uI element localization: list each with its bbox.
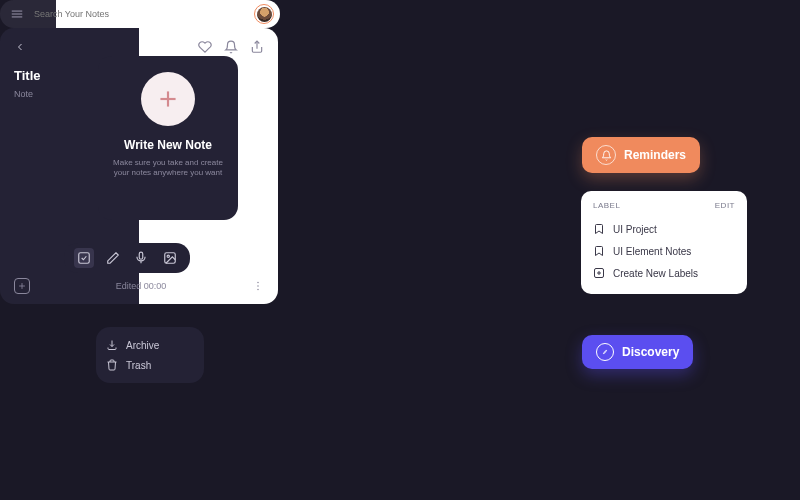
label-item-text: Create New Labels [613,268,698,279]
plus-box-icon [593,267,605,279]
bookmark-icon [593,223,605,235]
labels-header: LABEL [593,201,620,210]
svg-point-14 [257,289,259,291]
bookmark-icon [593,245,605,257]
pencil-tool-icon[interactable] [103,248,123,268]
plus-icon[interactable] [141,72,195,126]
trash-icon [106,359,118,371]
svg-point-12 [257,282,259,284]
user-avatar[interactable] [254,4,274,24]
back-icon[interactable] [14,41,26,53]
discovery-button[interactable]: Discovery [582,335,693,369]
svg-point-5 [167,255,169,257]
share-icon[interactable] [250,40,264,54]
reminders-button[interactable]: Reminders [582,137,700,173]
search-bar [0,0,280,28]
new-note-card[interactable]: Write New Note Make sure you take and cr… [98,56,238,220]
archive-icon [106,339,118,351]
archive-label: Archive [126,340,159,351]
edited-timestamp: Edited 00:00 [116,281,167,291]
discovery-label: Discovery [622,345,679,359]
menu-icon[interactable] [10,7,24,21]
labels-panel: LABEL EDIT UI Project UI Element Notes C… [581,191,747,294]
reminders-label: Reminders [624,148,686,162]
add-attachment-icon[interactable] [14,278,30,294]
trash-label: Trash [126,360,151,371]
image-tool-icon[interactable] [160,248,180,268]
svg-rect-3 [140,252,144,259]
archive-menu-item[interactable]: Archive [106,335,194,355]
search-input[interactable] [34,9,254,19]
new-note-description: Make sure you take and create your notes… [108,158,228,179]
create-label-item[interactable]: Create New Labels [593,262,735,284]
label-item[interactable]: UI Element Notes [593,240,735,262]
bell-icon[interactable] [224,40,238,54]
svg-point-13 [257,285,259,287]
note-actions-menu: Archive Trash [96,327,204,383]
microphone-tool-icon[interactable] [131,248,151,268]
label-item-text: UI Project [613,224,657,235]
svg-rect-2 [79,253,90,264]
heart-icon[interactable] [198,40,212,54]
label-item-text: UI Element Notes [613,246,691,257]
labels-edit-link[interactable]: EDIT [715,201,735,210]
label-item[interactable]: UI Project [593,218,735,240]
checkbox-tool-icon[interactable] [74,248,94,268]
new-note-title: Write New Note [124,138,212,152]
note-tools-toolbar [64,243,190,273]
compass-icon [596,343,614,361]
bell-icon [596,145,616,165]
more-icon[interactable] [252,280,264,292]
avatar-icon [257,7,272,22]
trash-menu-item[interactable]: Trash [106,355,194,375]
svg-marker-18 [603,350,606,353]
